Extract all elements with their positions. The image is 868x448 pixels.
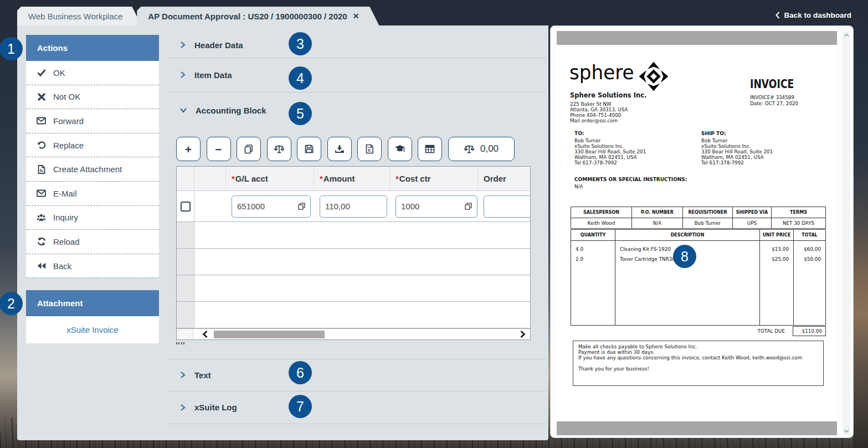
order-input[interactable] bbox=[484, 195, 530, 218]
check-icon bbox=[37, 68, 46, 78]
invoice-items-table: QUANTITY DESCRIPTION UNIT PRICE TOTAL 4.… bbox=[571, 229, 826, 326]
download-icon bbox=[335, 144, 345, 154]
invoice-title: INVOICE bbox=[750, 78, 794, 91]
close-tab-icon[interactable]: ✕ bbox=[353, 12, 359, 20]
scale-icon bbox=[274, 144, 285, 154]
invoice-company-block: Sphere Solutions Inc. 225 Baker St NW At… bbox=[570, 91, 646, 123]
table-row bbox=[177, 222, 530, 249]
balance-value: 0,00 bbox=[480, 143, 499, 155]
tab-ap-document-approval[interactable]: AP Document Approval : US20 / 1900000300… bbox=[137, 7, 379, 25]
balance-display: 0,00 bbox=[448, 137, 515, 161]
section-header-data[interactable]: Header Data bbox=[167, 32, 546, 58]
column-header-cost-ctr[interactable]: *Cost ctr bbox=[390, 167, 478, 190]
horizontal-scrollbar[interactable] bbox=[177, 328, 530, 339]
users-icon bbox=[37, 213, 46, 222]
download-button[interactable] bbox=[327, 137, 352, 161]
gl-acct-input[interactable]: 651000 bbox=[232, 195, 311, 218]
section-item-data[interactable]: Item Data bbox=[167, 58, 546, 92]
invoice-date: Date: OCT 27, 2020 bbox=[750, 101, 802, 107]
add-row-button[interactable]: + bbox=[176, 137, 201, 161]
graduation-cap-icon bbox=[394, 145, 405, 153]
attachment-panel-header: Attachment bbox=[26, 290, 159, 316]
remove-row-button[interactable]: − bbox=[207, 137, 231, 161]
section-accounting-block[interactable]: Accounting Block bbox=[167, 92, 546, 128]
table-grid-icon bbox=[425, 145, 435, 153]
row-checkbox[interactable] bbox=[181, 202, 191, 212]
viewer-scrollbar[interactable] bbox=[843, 31, 850, 435]
chevron-right-icon bbox=[179, 404, 186, 411]
chevron-right-icon bbox=[179, 71, 186, 79]
action-inquiry[interactable]: Inquiry bbox=[26, 206, 159, 230]
invoice-comments-block: COMMENTS OR SPECIAL INSTRUCTIONS: N/A bbox=[574, 177, 687, 189]
balance-button[interactable] bbox=[267, 137, 291, 161]
tab-label: AP Document Approval : US20 / 1900000300… bbox=[148, 12, 347, 21]
callout-1: 1 bbox=[0, 37, 23, 60]
scale-icon bbox=[464, 144, 475, 154]
refresh-icon bbox=[37, 237, 46, 246]
scroll-down-icon[interactable] bbox=[844, 429, 849, 433]
table-view-button[interactable] bbox=[418, 137, 442, 161]
tab-bar: Web Business Workplace AP Document Appro… bbox=[17, 7, 379, 25]
callout-2: 2 bbox=[0, 292, 23, 315]
xsuite-invoice-link[interactable]: xSuite Invoice bbox=[66, 325, 118, 334]
invoice-to-block: TO: Bob Turner xSuite Solutions Inc. 330… bbox=[574, 131, 646, 166]
action-not-ok[interactable]: Not OK bbox=[26, 85, 159, 110]
chevron-down-icon bbox=[179, 107, 187, 114]
learning-button[interactable] bbox=[388, 137, 412, 161]
column-header-gl-acct[interactable]: *G/L acct bbox=[226, 167, 314, 190]
invoice-number: INVOICE# 334589 bbox=[750, 95, 802, 101]
tab-label: Web Business Workplace bbox=[28, 12, 122, 21]
sphere-logo-text: sphere bbox=[569, 61, 634, 84]
scroll-left-icon[interactable] bbox=[202, 330, 208, 338]
scrollbar-thumb[interactable] bbox=[214, 331, 325, 338]
invoice-document: sphere INVOICE INVOICE# 334589 Date: OCT… bbox=[557, 45, 837, 421]
back-link-label: Back to dashboard bbox=[784, 11, 851, 19]
sidebar: Actions OK Not OK Forward Replace bbox=[26, 35, 159, 343]
excel-file-icon: x bbox=[365, 144, 374, 154]
action-ok[interactable]: OK bbox=[26, 61, 159, 85]
action-reload[interactable]: Reload bbox=[26, 230, 159, 254]
copy-icon bbox=[244, 144, 254, 154]
sphere-logo-icon bbox=[639, 61, 669, 91]
save-button[interactable] bbox=[297, 137, 321, 161]
save-icon bbox=[304, 144, 314, 154]
resize-handle[interactable] bbox=[176, 342, 186, 344]
section-xsuite-log[interactable]: xSuite Log bbox=[167, 391, 546, 424]
invoice-total-row: TOTAL DUE $110.00 bbox=[571, 326, 826, 336]
form-content: Header Data Item Data Accounting Block +… bbox=[167, 25, 546, 440]
rewind-icon bbox=[37, 261, 46, 271]
callout-7: 7 bbox=[289, 395, 312, 418]
callout-8: 8 bbox=[673, 245, 696, 268]
scroll-up-icon[interactable] bbox=[844, 33, 849, 37]
column-header-order[interactable]: Order bbox=[478, 167, 530, 190]
action-back[interactable]: Back bbox=[26, 254, 159, 279]
copy-row-button[interactable] bbox=[237, 137, 261, 161]
actions-panel-header: Actions bbox=[26, 35, 159, 61]
accounting-toolbar: + − x bbox=[176, 137, 515, 161]
table-header-row: *G/L acct *Amount *Cost ctr Order bbox=[177, 167, 530, 191]
value-help-icon[interactable] bbox=[465, 203, 472, 210]
back-to-dashboard-link[interactable]: Back to dashboard bbox=[775, 11, 851, 19]
tab-web-business-workplace[interactable]: Web Business Workplace bbox=[17, 7, 141, 25]
invoice-ship-to-block: SHIP TO: Bob Turner xSuite Solutions Inc… bbox=[701, 131, 773, 166]
action-forward[interactable]: Forward bbox=[26, 109, 159, 133]
chevron-right-icon bbox=[179, 371, 186, 379]
main-panel: Actions OK Not OK Forward Replace bbox=[17, 25, 548, 440]
amount-input[interactable]: 110,00 bbox=[320, 195, 387, 218]
actions-list: OK Not OK Forward Replace Create Attachm… bbox=[26, 61, 159, 278]
action-create-attachment[interactable]: Create Attachment bbox=[26, 157, 159, 182]
table-row bbox=[177, 302, 530, 328]
attachment-panel: Attachment xSuite Invoice bbox=[26, 290, 159, 343]
chevron-left-icon bbox=[775, 12, 780, 19]
scroll-right-icon[interactable] bbox=[520, 330, 526, 338]
section-text[interactable]: Text bbox=[167, 359, 546, 391]
value-help-icon[interactable] bbox=[298, 203, 305, 210]
callout-6: 6 bbox=[289, 361, 312, 384]
cost-ctr-input[interactable]: 1000 bbox=[396, 195, 477, 218]
export-excel-button[interactable]: x bbox=[357, 137, 382, 161]
action-email[interactable]: E-Mail bbox=[26, 182, 159, 206]
column-header-amount[interactable]: *Amount bbox=[314, 167, 390, 190]
callout-3: 3 bbox=[289, 32, 312, 55]
callout-4: 4 bbox=[289, 66, 312, 90]
action-replace[interactable]: Replace bbox=[26, 133, 159, 158]
